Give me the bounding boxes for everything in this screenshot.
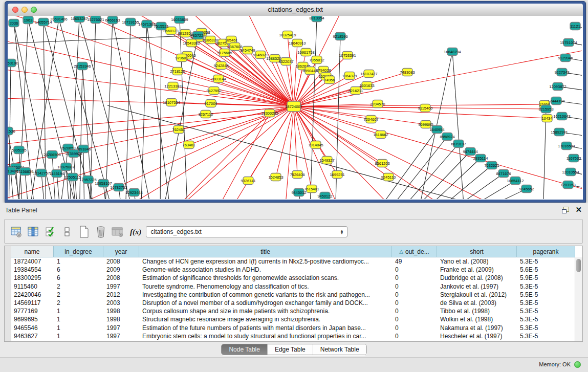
table-cell[interactable]: Franke et al. (2009) xyxy=(437,266,517,273)
table-cell[interactable]: 19384554 xyxy=(11,266,54,273)
table-cell[interactable]: 2 xyxy=(54,299,103,307)
table-cell[interactable]: 0 xyxy=(392,266,437,273)
table-cell[interactable]: 2008 xyxy=(103,274,139,281)
table-selector-dropdown[interactable]: citations_edges.txt ▲▼ xyxy=(146,226,347,237)
graph-node[interactable]: 5905195 xyxy=(11,146,26,154)
float-panel-icon[interactable] xyxy=(562,207,569,213)
graph-node[interactable]: 7955812 xyxy=(309,56,324,64)
graph-node[interactable]: 7632621 xyxy=(484,162,499,169)
graph-node[interactable]: 1601633 xyxy=(359,82,374,90)
table-cell[interactable]: Investigating the contribution of common… xyxy=(139,291,392,298)
graph-node[interactable]: 17957225 xyxy=(79,176,96,184)
table-cell[interactable]: 2008 xyxy=(103,258,139,265)
tab-edge-table[interactable]: Edge Table xyxy=(268,344,313,355)
graph-node[interactable]: 1618662 xyxy=(373,131,388,139)
table-cell[interactable]: Jankovic et al. (1997) xyxy=(437,283,517,290)
table-cell[interactable]: 0 xyxy=(392,308,437,315)
graph-node[interactable]: 18325419 xyxy=(279,31,296,39)
table-cell[interactable]: 5.3E-5 xyxy=(517,316,575,323)
graph-node[interactable]: 8813054 xyxy=(309,16,324,22)
graph-node[interactable]: 6466163 xyxy=(105,16,120,24)
graph-node[interactable]: 12010554 xyxy=(562,168,579,176)
graph-node[interactable]: 13142757 xyxy=(33,169,50,177)
table-cell[interactable]: Dudbridge et al. (2008) xyxy=(437,274,517,281)
graph-node[interactable]: 12444194 xyxy=(548,97,564,105)
table-cell[interactable]: 1 xyxy=(54,324,103,332)
table-row[interactable]: 946362711997Embryonic stem cells: a mode… xyxy=(11,332,575,340)
graph-node[interactable]: 9245110 xyxy=(381,173,396,181)
graph-node[interactable]: 20206505 xyxy=(43,151,60,159)
graph-node[interactable]: 9474444 xyxy=(463,148,477,156)
column-header-out_de[interactable]: △out_de... xyxy=(392,246,437,257)
table-cell[interactable]: 1998 xyxy=(103,308,139,315)
table-cell[interactable]: 0 xyxy=(392,283,437,290)
graph-node[interactable]: 7204607 xyxy=(363,116,378,123)
table-row[interactable]: 969969511998Structural magnetic resonanc… xyxy=(11,315,575,323)
create-column-icon[interactable] xyxy=(77,225,91,238)
table-cell[interactable]: Wolkin et al. (1998) xyxy=(437,316,517,323)
graph-node[interactable]: 11121 xyxy=(570,23,580,30)
table-cell[interactable]: 2 xyxy=(54,291,103,298)
table-cell[interactable]: 6 xyxy=(54,274,103,281)
graph-node[interactable]: 7857224 xyxy=(190,32,205,39)
table-cell[interactable]: 2 xyxy=(54,283,103,290)
graph-node[interactable]: 8216211 xyxy=(349,87,363,95)
graph-node[interactable]: 10653287 xyxy=(71,16,88,23)
graph-node[interactable]: 17016504 xyxy=(558,142,575,150)
table-row[interactable]: 1938455462009Genome-wide association stu… xyxy=(11,266,575,274)
select-all-columns-icon[interactable] xyxy=(43,225,57,238)
graph-node[interactable]: 10958107 xyxy=(95,180,112,187)
table-cell[interactable]: 49 xyxy=(392,258,437,265)
table-cell[interactable]: 5.3E-5 xyxy=(517,258,575,265)
graph-node[interactable]: 16210643 xyxy=(553,113,570,120)
table-cell[interactable]: Yano et al. (2008) xyxy=(437,258,517,265)
graph-node[interactable]: 763461 xyxy=(182,141,195,149)
graph-node[interactable]: 1640954 xyxy=(429,126,444,134)
graph-node[interactable]: 10654112 xyxy=(507,177,524,185)
graph-node[interactable]: 2204570 xyxy=(370,100,385,108)
graph-node[interactable]: 15751074 xyxy=(560,39,577,47)
table-cell[interactable]: Corpus callosum shape and size in male p… xyxy=(139,308,392,315)
function-builder-icon[interactable]: f(x) xyxy=(130,228,142,236)
table-cell[interactable]: 2003 xyxy=(103,299,139,307)
table-cell[interactable]: 0 xyxy=(392,291,437,298)
table-row[interactable]: 1830029562008Estimation of significance … xyxy=(11,274,575,282)
table-cell[interactable]: 1 xyxy=(54,308,103,315)
table-row[interactable]: 1456911722003Disruption of a novel membe… xyxy=(11,299,575,307)
graph-node[interactable]: 15892971 xyxy=(551,128,568,136)
graph-node[interactable]: 9218596 xyxy=(333,33,347,40)
table-cell[interactable]: Disruption of a novel member of a sodium… xyxy=(139,299,392,307)
table-cell[interactable]: 5.3E-5 xyxy=(517,283,575,290)
graph-node[interactable]: 1164379 xyxy=(342,72,357,80)
table-cell[interactable]: 22420046 xyxy=(11,291,54,298)
graph-node[interactable]: 6679197 xyxy=(451,140,466,148)
delete-column-icon[interactable] xyxy=(94,225,107,238)
graph-node[interactable]: 10719155 xyxy=(122,18,139,26)
graph-node[interactable]: 1203153 xyxy=(560,181,575,189)
tab-network-table[interactable]: Network Table xyxy=(313,344,366,355)
toggle-rows-icon[interactable] xyxy=(60,225,74,238)
graph-node[interactable]: 7515521 xyxy=(154,23,168,30)
graph-node[interactable]: 2718126 xyxy=(170,68,185,75)
table-row[interactable]: 977716911998Corpus callosum shape and si… xyxy=(11,307,575,315)
table-cell[interactable]: Embryonic stem cells: a model to study s… xyxy=(139,333,392,340)
graph-node[interactable]: 1963 xyxy=(23,16,33,24)
table-cell[interactable]: 9777169 xyxy=(11,308,54,315)
graph-node[interactable]: 18107534 xyxy=(163,99,180,106)
scrollbar-thumb[interactable] xyxy=(576,259,581,272)
graph-node[interactable]: 9242848 xyxy=(213,62,228,70)
network-canvas[interactable]: 1872400786601238912954182260589827503165… xyxy=(8,16,583,200)
graph-node[interactable]: 2803144 xyxy=(211,75,226,83)
graph-node[interactable]: 8267110 xyxy=(199,111,213,118)
graph-node[interactable]: 8215953 xyxy=(538,105,553,113)
table-cell[interactable]: 9463627 xyxy=(11,333,54,340)
column-header-name[interactable]: name xyxy=(11,246,54,257)
table-cell[interactable]: 5.9E-5 xyxy=(517,274,575,281)
select-columns-icon[interactable] xyxy=(27,225,40,238)
graph-node[interactable]: 8471676 xyxy=(496,170,511,178)
graph-node[interactable]: 2053190 xyxy=(8,59,18,67)
table-cell[interactable]: 14569117 xyxy=(11,299,54,307)
table-vertical-scrollbar[interactable] xyxy=(575,257,582,341)
graph-node[interactable]: 1549327 xyxy=(319,157,334,164)
table-cell[interactable]: 0 xyxy=(392,274,437,281)
